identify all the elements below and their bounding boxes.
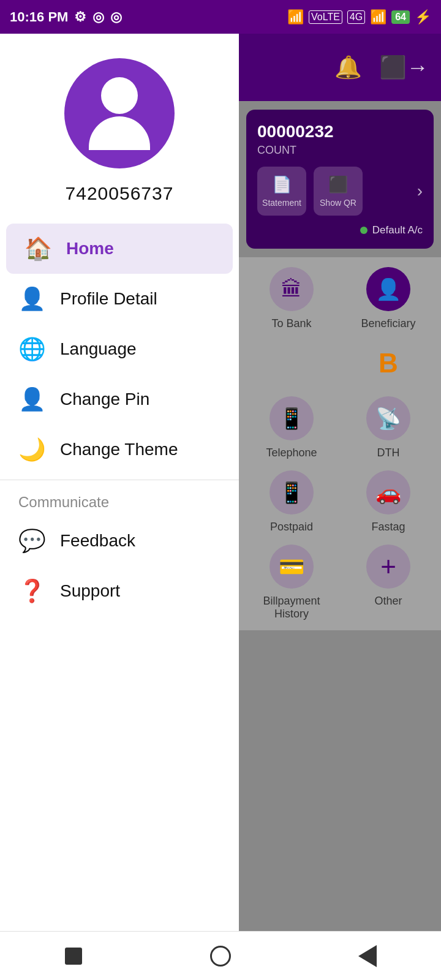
status-bar: 10:16 PM ⚙ ◎ ◎ 📶 VoLTE 4G 📶 64 ⚡ (0, 0, 441, 34)
notification-icon[interactable]: 🔔 (334, 55, 362, 80)
qr-icon: ⬛ (328, 175, 348, 194)
home-label: Home (66, 239, 114, 258)
show-qr-label: Show QR (320, 198, 356, 208)
fastag-label: Fastag (371, 521, 405, 533)
change-theme-label: Change Theme (60, 440, 178, 459)
account-number: 00000232 (257, 122, 423, 141)
fastag-item[interactable]: 🚗 Fastag (345, 470, 431, 533)
statement-button[interactable]: 📄 Statement (257, 167, 306, 216)
telephone-icon: 📱 (270, 396, 314, 440)
support-icon: ❓ (18, 578, 45, 604)
fastag-icon: 🚗 (366, 470, 410, 514)
other-icon: + (366, 545, 410, 589)
default-badge: Default A/c (257, 224, 423, 236)
beneficiary-label: Beneficiary (361, 317, 415, 330)
telephone-item[interactable]: 📱 Telephone (249, 396, 334, 459)
nav-item-change-pin[interactable]: 👤 Change Pin (0, 374, 239, 424)
billpayment-icon: 💳 (270, 545, 314, 589)
to-bank-icon: 🏛 (270, 267, 314, 311)
default-label: Default A/c (372, 224, 423, 236)
orange-b-icon: B (366, 341, 410, 385)
billpayment-item[interactable]: 💳 Billpayment History (249, 545, 334, 620)
services-grid: 🏛 To Bank 👤 Beneficiary B 📱 Telephone 📡 … (239, 257, 441, 630)
section-divider (0, 480, 239, 480)
avatar-body (89, 116, 150, 150)
language-label: Language (60, 339, 137, 359)
moon-icon: 🌙 (18, 437, 45, 462)
to-bank-item[interactable]: 🏛 To Bank (249, 267, 334, 330)
4g-icon: 4G (347, 10, 365, 24)
dth-icon: 📡 (366, 396, 410, 440)
bottom-navigation (0, 931, 441, 980)
dth-item[interactable]: 📡 DTH (345, 396, 431, 459)
change-pin-icon: 👤 (18, 386, 45, 412)
circle-icon-1: ◎ (92, 9, 104, 25)
profile-detail-label: Profile Detail (60, 289, 157, 309)
chevron-right-icon: › (417, 181, 423, 201)
phone-number: 7420056737 (66, 183, 174, 204)
other-label: Other (374, 595, 402, 608)
circle-nav-icon (210, 946, 231, 967)
status-left: 10:16 PM ⚙ ◎ ◎ (10, 9, 122, 25)
profile-icon: 👤 (18, 286, 45, 312)
avatar-head (101, 77, 138, 114)
battery-display: 64 (391, 10, 410, 24)
back-button[interactable] (352, 941, 383, 971)
home-icon: 🏠 (24, 236, 51, 262)
volte-icon: VoLTE (309, 10, 342, 24)
to-bank-label: To Bank (271, 317, 311, 330)
nav-item-profile-detail[interactable]: 👤 Profile Detail (0, 274, 239, 324)
signal-icon: 📶 (370, 9, 386, 25)
home-button[interactable] (205, 941, 236, 971)
green-dot (360, 227, 368, 234)
account-actions: 📄 Statement ⬛ Show QR › (257, 167, 423, 216)
nav-item-change-theme[interactable]: 🌙 Change Theme (0, 424, 239, 475)
main-container: 🔔 ⬛→ 00000232 COUNT 📄 Statement ⬛ Show Q… (0, 34, 441, 980)
recent-apps-button[interactable] (58, 941, 89, 971)
beneficiary-icon: 👤 (366, 267, 410, 311)
account-type: COUNT (257, 144, 423, 157)
statement-icon: 📄 (272, 175, 292, 194)
nav-item-feedback[interactable]: 💬 Feedback (0, 516, 239, 566)
avatar (64, 58, 175, 168)
time-display: 10:16 PM (10, 9, 68, 25)
app-content-background: 🔔 ⬛→ 00000232 COUNT 📄 Statement ⬛ Show Q… (239, 34, 441, 980)
wifi-icon: 📶 (287, 9, 304, 25)
orange-b-item[interactable]: B (345, 341, 431, 385)
postpaid-label: Postpaid (270, 521, 313, 533)
feedback-label: Feedback (60, 531, 135, 551)
language-icon: 🌐 (18, 336, 45, 362)
account-card: 00000232 COUNT 📄 Statement ⬛ Show QR › D… (246, 110, 434, 249)
circle-icon-2: ◎ (110, 9, 122, 25)
beneficiary-item[interactable]: 👤 Beneficiary (345, 267, 431, 330)
postpaid-item[interactable]: 📱 Postpaid (249, 470, 334, 533)
feedback-icon: 💬 (18, 528, 45, 554)
nav-item-home[interactable]: 🏠 Home (6, 224, 233, 274)
nav-section: 🏠 Home 👤 Profile Detail 🌐 Language 👤 Cha… (0, 224, 239, 949)
avatar-section: 7420056737 (0, 34, 239, 216)
nav-item-support[interactable]: ❓ Support (0, 566, 239, 616)
postpaid-icon: 📱 (270, 470, 314, 514)
communicate-section-label: Communicate (0, 485, 239, 516)
logout-icon[interactable]: ⬛→ (379, 55, 429, 80)
settings-icon: ⚙ (74, 9, 86, 25)
telephone-label: Telephone (266, 447, 317, 459)
other-item[interactable]: + Other (345, 545, 431, 620)
triangle-nav-icon (358, 945, 377, 967)
dth-label: DTH (377, 447, 400, 459)
nav-item-language[interactable]: 🌐 Language (0, 324, 239, 374)
charging-icon: ⚡ (415, 9, 431, 25)
status-right: 📶 VoLTE 4G 📶 64 ⚡ (287, 9, 431, 25)
support-label: Support (60, 581, 120, 601)
billpayment-label: Billpayment History (249, 595, 334, 620)
avatar-person-icon (89, 77, 150, 150)
navigation-drawer: 7420056737 🏠 Home 👤 Profile Detail 🌐 Lan… (0, 34, 239, 980)
app-header: 🔔 ⬛→ (239, 34, 441, 101)
square-nav-icon (65, 948, 82, 965)
statement-label: Statement (262, 198, 301, 208)
show-qr-button[interactable]: ⬛ Show QR (314, 167, 363, 216)
b-letter: B (379, 348, 398, 379)
change-pin-label: Change Pin (60, 390, 149, 409)
